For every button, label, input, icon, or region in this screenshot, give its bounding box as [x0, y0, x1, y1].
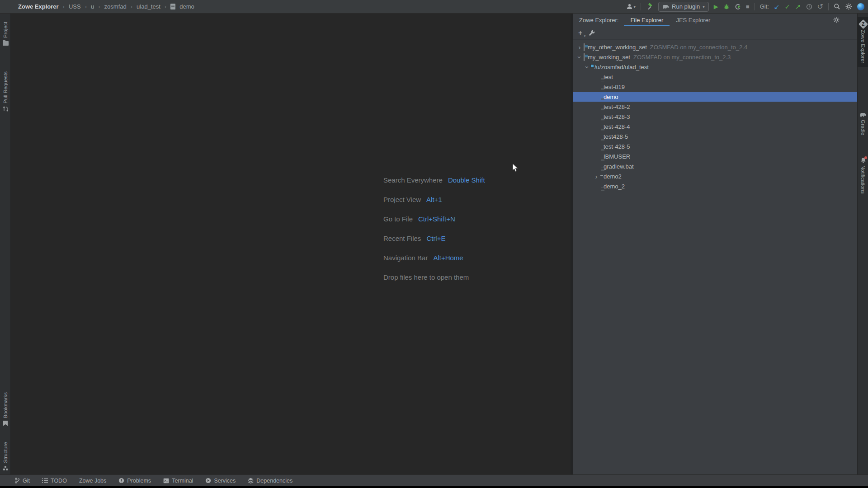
chevron-collapsed-icon[interactable] — [576, 44, 584, 51]
tree-row[interactable]: my_other_working_set ZOSMFAD on my_conne… — [573, 42, 857, 52]
tab-jes-explorer[interactable]: JES Explorer — [670, 14, 717, 26]
tree-row[interactable]: test — [573, 72, 857, 82]
bell-icon — [860, 157, 866, 163]
user-account-icon[interactable]: ▾ — [626, 3, 636, 10]
hammer-icon[interactable] — [646, 3, 653, 10]
tree-item-name: demo2 — [604, 173, 622, 180]
main-toolbar: ▾ Run plugin ▾ ▶ ■ Git: ↙ ✓ ↗ ↺ — [626, 2, 868, 12]
run-plugin-dropdown[interactable]: Run plugin ▾ — [658, 2, 709, 12]
statusbar-item-zowe-jobs[interactable]: Zowe Jobs — [79, 478, 106, 484]
statusbar-label: Git — [23, 478, 30, 484]
update-project-icon[interactable]: ↙ — [774, 3, 780, 10]
breadcrumb-separator-icon: › — [63, 3, 65, 10]
tree-row[interactable]: test-428-4 — [573, 122, 857, 131]
tree-row[interactable]: /u/zosmfad/ulad_test — [573, 62, 857, 72]
breadcrumb-item[interactable]: Zowe Explorer — [18, 3, 59, 10]
debug-bug-icon[interactable] — [723, 4, 730, 10]
sidebar-item-bookmarks[interactable]: Bookmarks — [0, 392, 11, 426]
git-label: Git: — [760, 3, 769, 10]
pull-request-icon — [3, 106, 9, 112]
statusbar-item-todo[interactable]: TODO — [42, 478, 67, 484]
panel-title: Zowe Explorer: — [573, 17, 624, 23]
rollback-icon[interactable]: ↺ — [817, 3, 823, 10]
wrench-icon[interactable] — [589, 29, 595, 36]
drop-files-hint: Drop files here to open them — [383, 273, 469, 281]
shortcut-hints: Search EverywhereDouble Shift Project Vi… — [383, 170, 485, 287]
toolbar-divider — [641, 3, 641, 10]
shortcut-action: Project View — [383, 196, 421, 203]
stripe-label: Bookmarks — [3, 392, 8, 418]
stripe-label: Zowe Explorer — [860, 30, 866, 63]
tree-row[interactable]: test428-5 — [573, 131, 857, 141]
tree-row[interactable]: IBMUSER — [573, 151, 857, 161]
settings-gear-icon[interactable] — [845, 3, 852, 10]
breadcrumb-item[interactable]: ulad_test — [137, 3, 160, 10]
sidebar-item-pull-requests[interactable]: Pull Requests — [0, 71, 11, 112]
tree-row[interactable]: demo2 — [573, 171, 857, 181]
tree-item-name: test-428-3 — [604, 113, 630, 120]
breadcrumb-item[interactable]: u — [91, 3, 94, 10]
statusbar-item-services[interactable]: Services — [205, 478, 236, 484]
chevron-collapsed-icon[interactable] — [592, 173, 600, 180]
tree-item-name: test-428-5 — [604, 143, 630, 150]
sidebar-item-notifications[interactable]: Notifications — [858, 157, 868, 194]
working-set-icon — [584, 53, 585, 61]
statusbar-item-dependencies[interactable]: Dependencies — [248, 478, 292, 484]
play-icon[interactable]: ▶ — [714, 4, 718, 9]
tree-item-name: my_working_set — [588, 54, 630, 61]
statusbar-label: Terminal — [172, 478, 193, 484]
sidebar-item-project[interactable]: Project — [0, 22, 11, 46]
todo-list-icon — [42, 478, 48, 483]
breadcrumb-item[interactable]: USS — [69, 3, 81, 10]
status-bar: Git TODO Zowe Jobs Problems Terminal Ser… — [0, 474, 868, 486]
push-icon[interactable]: ↗ — [795, 3, 801, 10]
tree-row[interactable]: my_working_set ZOSMFAD on my_connection_… — [573, 52, 857, 62]
hide-minimize-icon[interactable]: — — [845, 17, 852, 23]
commit-check-icon[interactable]: ✓ — [784, 3, 790, 10]
shortcut-keys: Double Shift — [448, 176, 485, 184]
settings-gear-icon[interactable] — [833, 17, 840, 23]
gradient-sphere-icon[interactable] — [857, 3, 864, 10]
add-icon[interactable]: + ▾ — [578, 29, 582, 37]
title-bar: Zowe Explorer › USS › u › zosmfad › ulad… — [0, 0, 868, 14]
tree-row[interactable]: test-819 — [573, 82, 857, 92]
file-icon — [170, 4, 175, 9]
panel-toolbar: + ▾ — [573, 26, 857, 40]
sidebar-item-zowe-explorer[interactable]: Z Zowe Explorer — [858, 17, 868, 67]
bookmark-icon — [3, 421, 8, 426]
stripe-label: Gradle — [860, 120, 866, 136]
tree-row[interactable]: gradlew.bat — [573, 161, 857, 171]
shortcut-keys: Ctrl+Shift+N — [418, 215, 455, 223]
tree-item-name: test — [604, 74, 613, 80]
tab-file-explorer[interactable]: File Explorer — [624, 14, 670, 26]
tree-item-suffix: ZOSMFAD on my_connection_to_2.4 — [650, 44, 747, 51]
tree-row[interactable]: test-428-2 — [573, 102, 857, 112]
chevron-expanded-icon[interactable] — [576, 54, 584, 61]
tree-item-name: gradlew.bat — [604, 163, 634, 170]
statusbar-item-problems[interactable]: Problems — [118, 478, 151, 484]
profiler-icon[interactable] — [735, 4, 741, 10]
sidebar-item-structure[interactable]: Structure — [0, 442, 11, 471]
tree-row[interactable]: demo_2 — [573, 181, 857, 191]
breadcrumb-item[interactable]: demo — [179, 3, 194, 10]
services-icon — [205, 478, 211, 483]
breadcrumb-separator-icon: › — [85, 3, 87, 10]
statusbar-label: TODO — [51, 478, 67, 484]
tree-item-name: test-819 — [604, 84, 625, 90]
statusbar-item-terminal[interactable]: Terminal — [163, 478, 193, 484]
tree-row-selected[interactable]: demo — [573, 92, 857, 102]
shortcut-action: Navigation Bar — [383, 254, 428, 262]
tree-row[interactable]: test-428-3 — [573, 112, 857, 122]
stop-icon[interactable]: ■ — [746, 4, 750, 9]
search-icon[interactable] — [834, 3, 840, 10]
left-tool-stripe: Project Pull Requests Bookmarks Structur… — [0, 14, 11, 474]
chevron-down-icon: ▾ — [703, 5, 705, 9]
zowe-explorer-panel: Zowe Explorer: File Explorer JES Explore… — [573, 14, 857, 474]
breadcrumb-separator-icon: › — [131, 3, 132, 10]
breadcrumb-item[interactable]: zosmfad — [104, 3, 127, 10]
statusbar-item-git[interactable]: Git — [14, 478, 30, 484]
breadcrumb-separator-icon: › — [98, 3, 100, 10]
sidebar-item-gradle[interactable]: Gradle — [858, 112, 868, 136]
history-clock-icon[interactable] — [806, 4, 812, 10]
tree-row[interactable]: test-428-5 — [573, 141, 857, 151]
